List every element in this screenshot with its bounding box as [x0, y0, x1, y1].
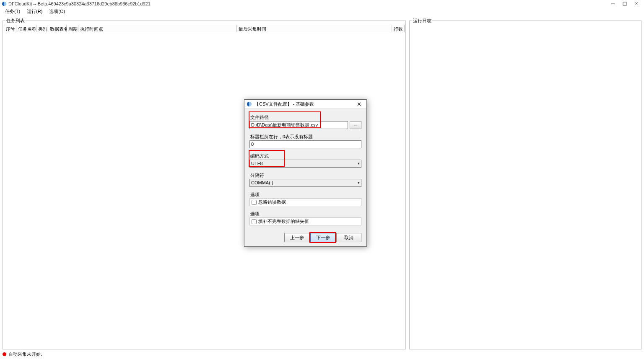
svg-rect-1	[623, 2, 626, 5]
menubar: 任务(T) 运行(R) 选项(O)	[0, 8, 644, 15]
app-icon	[2, 1, 7, 6]
maximize-button[interactable]	[619, 0, 631, 8]
csv-config-dialog: 【CSV文件配置】 - 基础参数 文件路径 D:\D\Data\最新电商销售数据…	[244, 99, 367, 247]
col-rows[interactable]: 行数	[392, 25, 405, 32]
menu-task[interactable]: 任务(T)	[2, 8, 23, 15]
field-filepath: 文件路径 D:\D\Data\最新电商销售数据.csv ...	[249, 113, 361, 129]
delimiter-value: COMMA(,)	[251, 180, 358, 186]
dialog-buttons: 上一步 下一步 取消	[244, 230, 366, 246]
encoding-label: 编码方式	[249, 152, 270, 160]
delimiter-label: 分隔符	[249, 171, 265, 179]
titlerow-input[interactable]: 0	[249, 140, 361, 148]
field-titlerow: 标题栏所在行，0表示没有标题 0	[249, 132, 361, 148]
cancel-button[interactable]: 取消	[336, 233, 361, 242]
dialog-body: 文件路径 D:\D\Data\最新电商销售数据.csv ... 标题栏所在行，0…	[244, 109, 366, 230]
minimize-button[interactable]	[607, 0, 619, 8]
encoding-value: UTF8	[251, 160, 358, 167]
field-encoding: 编码方式 UTF8 ▾	[249, 152, 361, 168]
close-button[interactable]	[631, 0, 642, 8]
tasklist-title: 任务列表	[5, 18, 26, 24]
fill-missing-label: 填补不完整数据的缺失值	[258, 218, 309, 225]
col-table[interactable]: 数据表名	[48, 25, 67, 32]
menu-options[interactable]: 选项(O)	[46, 8, 68, 15]
col-cycle[interactable]: 周期	[67, 25, 78, 32]
titlebar: DFCloudKit -- Beta.469423c9a30324a33716d…	[0, 0, 644, 8]
log-body[interactable]	[410, 25, 640, 348]
dialog-close-button[interactable]	[353, 100, 365, 109]
col-last[interactable]: 最后采集时间	[237, 25, 392, 32]
ignore-errors-checkbox[interactable]	[252, 200, 257, 205]
field-option-ignore-errors: 选项 忽略错误数据	[249, 190, 361, 206]
chevron-down-icon: ▾	[358, 160, 360, 167]
field-option-fill-missing: 选项 填补不完整数据的缺失值	[249, 209, 361, 225]
menu-run[interactable]: 运行(R)	[23, 8, 46, 15]
dialog-title: 【CSV文件配置】 - 基础参数	[254, 101, 353, 107]
col-name[interactable]: 任务名称	[16, 25, 36, 32]
log-title: 运行日志	[412, 18, 432, 24]
statusbar: 自动采集未开始.	[0, 349, 644, 359]
dialog-titlebar[interactable]: 【CSV文件配置】 - 基础参数	[244, 100, 366, 109]
delimiter-select[interactable]: COMMA(,) ▾	[249, 179, 361, 187]
col-exec[interactable]: 执行时间点	[78, 25, 237, 32]
status-text: 自动采集未开始.	[8, 351, 42, 357]
option2-header: 选项	[249, 210, 260, 217]
fill-missing-checkbox[interactable]	[252, 219, 257, 224]
encoding-select[interactable]: UTF8 ▾	[249, 160, 361, 168]
filepath-input[interactable]: D:\D\Data\最新电商销售数据.csv	[249, 121, 348, 129]
status-indicator-icon	[3, 352, 6, 356]
option1-header: 选项	[249, 191, 260, 198]
dialog-app-icon	[246, 101, 252, 107]
window-title: DFCloudKit -- Beta.469423c9a30324a33716d…	[8, 1, 151, 6]
col-seq[interactable]: 序号	[4, 25, 16, 32]
chevron-down-icon: ▾	[358, 180, 360, 186]
col-cat[interactable]: 类别	[36, 25, 48, 32]
prev-button[interactable]: 上一步	[284, 233, 309, 242]
ignore-errors-label: 忽略错误数据	[258, 199, 286, 205]
log-panel: 运行日志	[409, 18, 641, 349]
tasklist-header-row: 序号 任务名称 类别 数据表名 周期 执行时间点 最后采集时间 行数	[4, 25, 405, 32]
field-delimiter: 分隔符 COMMA(,) ▾	[249, 171, 361, 187]
next-button[interactable]: 下一步	[310, 233, 335, 242]
browse-button[interactable]: ...	[350, 121, 361, 129]
titlerow-label: 标题栏所在行，0表示没有标题	[249, 133, 314, 140]
filepath-label: 文件路径	[249, 114, 270, 121]
